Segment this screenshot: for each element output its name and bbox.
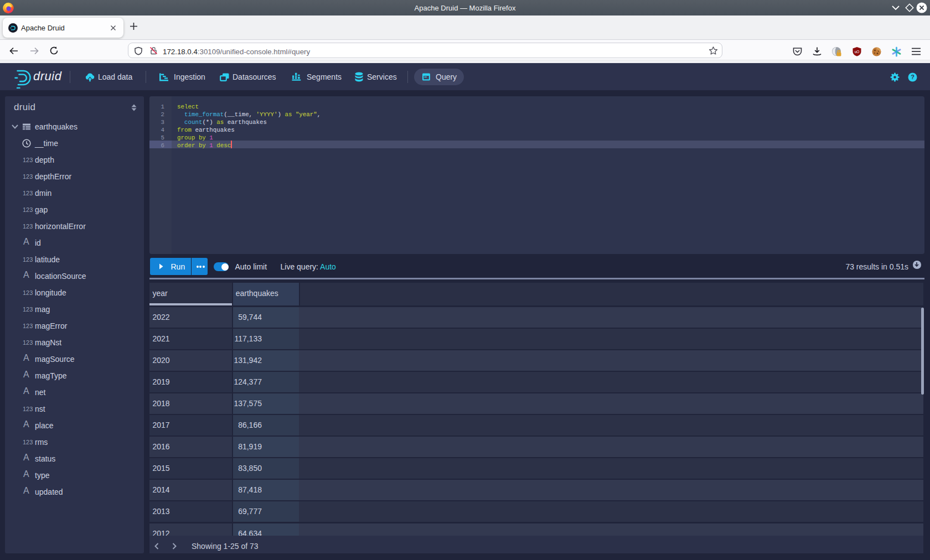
svg-text:?: ? — [911, 74, 914, 80]
svg-text:uO: uO — [855, 50, 860, 54]
